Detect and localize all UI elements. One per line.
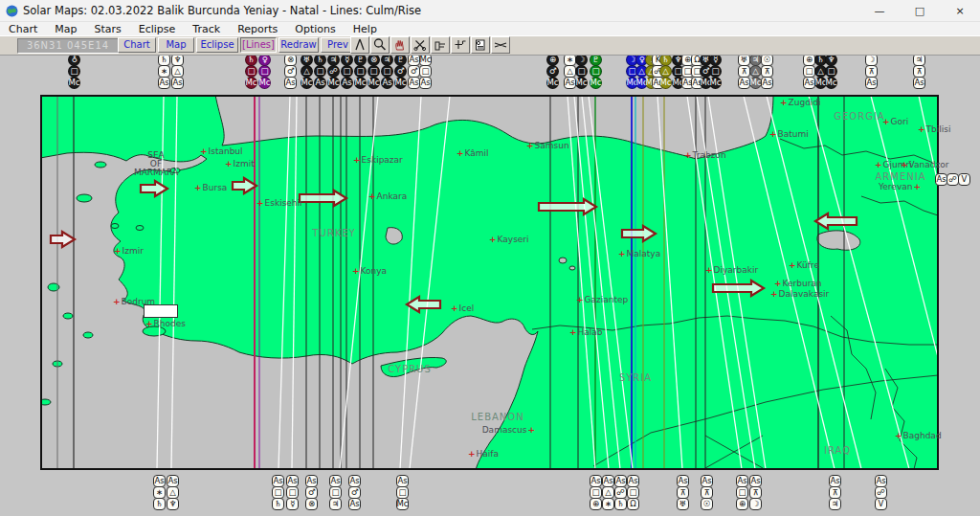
stamp-tool-icon[interactable] — [431, 36, 450, 54]
scissors-tool-icon[interactable] — [411, 36, 430, 54]
menu-help[interactable]: Help — [345, 23, 386, 35]
pan-hand-tool-icon[interactable] — [390, 36, 410, 54]
toolbar-button-chart[interactable]: Chart — [118, 37, 156, 53]
map-canvas[interactable] — [0, 0, 980, 516]
window-title: Solar Maps: 02.03.2022 Balik Burcunda Ye… — [23, 4, 421, 17]
menu-map[interactable]: Map — [46, 23, 85, 35]
app-globe-icon — [6, 5, 18, 17]
toolbar-button-lines[interactable]: [Lines] — [240, 37, 277, 53]
menu-bar: ChartMapStarsEclipseTrackReportsOptionsH… — [0, 22, 980, 35]
cross-tool-icon[interactable] — [491, 36, 510, 54]
close-button[interactable]: × — [940, 0, 980, 21]
minimize-button[interactable]: — — [859, 0, 900, 21]
coordinate-display: 36N31 045E14 — [17, 38, 119, 54]
toolbar: 36N31 045E14 ChartMapEclipse[Lines]Redra… — [0, 35, 980, 56]
maximize-button[interactable]: □ — [900, 0, 940, 21]
rhodes-island — [143, 326, 166, 336]
report-page-tool-icon[interactable] — [471, 36, 490, 54]
zoom-tool-icon[interactable] — [370, 36, 390, 54]
menu-track[interactable]: Track — [184, 23, 229, 35]
toolbar-button-map[interactable]: Map — [158, 37, 194, 53]
menu-stars[interactable]: Stars — [85, 23, 129, 35]
menu-reports[interactable]: Reports — [229, 23, 286, 35]
toolbar-button-redraw[interactable]: Redraw — [278, 37, 319, 53]
menu-options[interactable]: Options — [286, 23, 344, 35]
crosshair-tool-icon[interactable] — [451, 36, 470, 54]
menu-chart[interactable]: Chart — [0, 23, 46, 35]
toolbar-button-eclipse[interactable]: Eclipse — [196, 37, 238, 53]
compass-tool-icon[interactable] — [350, 36, 369, 54]
title-bar: Solar Maps: 02.03.2022 Balik Burcunda Ye… — [0, 0, 980, 22]
menu-eclipse[interactable]: Eclipse — [130, 23, 185, 35]
